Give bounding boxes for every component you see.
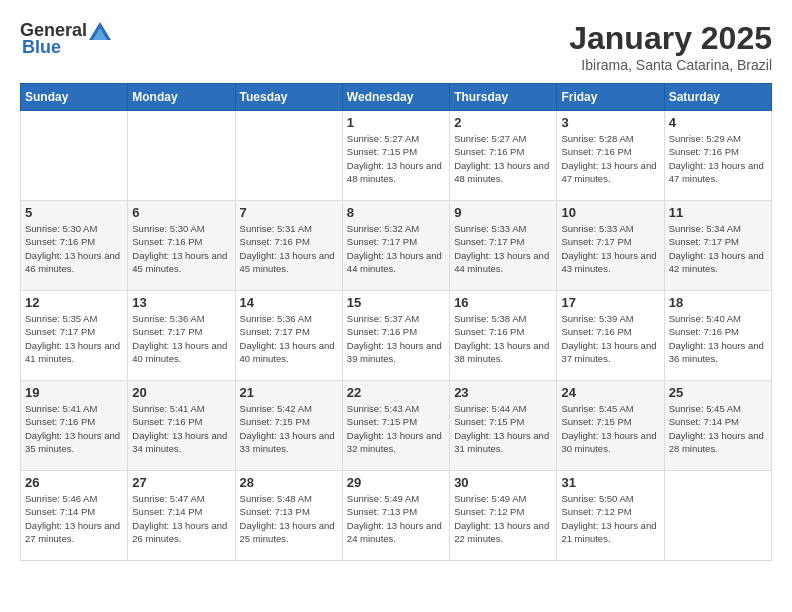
calendar-cell [664,471,771,561]
calendar-cell: 14Sunrise: 5:36 AM Sunset: 7:17 PM Dayli… [235,291,342,381]
day-info: Sunrise: 5:34 AM Sunset: 7:17 PM Dayligh… [669,222,767,275]
calendar-cell: 1Sunrise: 5:27 AM Sunset: 7:15 PM Daylig… [342,111,449,201]
day-number: 2 [454,115,552,130]
location-subtitle: Ibirama, Santa Catarina, Brazil [569,57,772,73]
day-info: Sunrise: 5:39 AM Sunset: 7:16 PM Dayligh… [561,312,659,365]
day-info: Sunrise: 5:30 AM Sunset: 7:16 PM Dayligh… [132,222,230,275]
day-number: 18 [669,295,767,310]
logo: General Blue [20,20,113,58]
day-info: Sunrise: 5:41 AM Sunset: 7:16 PM Dayligh… [25,402,123,455]
day-info: Sunrise: 5:31 AM Sunset: 7:16 PM Dayligh… [240,222,338,275]
day-number: 20 [132,385,230,400]
day-number: 17 [561,295,659,310]
day-number: 31 [561,475,659,490]
day-number: 28 [240,475,338,490]
day-header-monday: Monday [128,84,235,111]
day-info: Sunrise: 5:49 AM Sunset: 7:12 PM Dayligh… [454,492,552,545]
day-header-thursday: Thursday [450,84,557,111]
calendar-cell: 12Sunrise: 5:35 AM Sunset: 7:17 PM Dayli… [21,291,128,381]
logo-blue: Blue [22,37,61,58]
calendar-cell: 19Sunrise: 5:41 AM Sunset: 7:16 PM Dayli… [21,381,128,471]
day-number: 7 [240,205,338,220]
day-number: 21 [240,385,338,400]
day-info: Sunrise: 5:30 AM Sunset: 7:16 PM Dayligh… [25,222,123,275]
calendar-cell: 3Sunrise: 5:28 AM Sunset: 7:16 PM Daylig… [557,111,664,201]
day-number: 15 [347,295,445,310]
day-number: 4 [669,115,767,130]
day-info: Sunrise: 5:37 AM Sunset: 7:16 PM Dayligh… [347,312,445,365]
day-info: Sunrise: 5:28 AM Sunset: 7:16 PM Dayligh… [561,132,659,185]
day-info: Sunrise: 5:27 AM Sunset: 7:16 PM Dayligh… [454,132,552,185]
day-number: 29 [347,475,445,490]
day-number: 9 [454,205,552,220]
logo-icon [89,22,111,40]
calendar-cell: 5Sunrise: 5:30 AM Sunset: 7:16 PM Daylig… [21,201,128,291]
day-number: 19 [25,385,123,400]
day-number: 25 [669,385,767,400]
calendar-cell: 28Sunrise: 5:48 AM Sunset: 7:13 PM Dayli… [235,471,342,561]
day-info: Sunrise: 5:36 AM Sunset: 7:17 PM Dayligh… [132,312,230,365]
day-header-wednesday: Wednesday [342,84,449,111]
calendar-cell: 4Sunrise: 5:29 AM Sunset: 7:16 PM Daylig… [664,111,771,201]
calendar-cell: 7Sunrise: 5:31 AM Sunset: 7:16 PM Daylig… [235,201,342,291]
calendar-cell: 26Sunrise: 5:46 AM Sunset: 7:14 PM Dayli… [21,471,128,561]
calendar-cell: 22Sunrise: 5:43 AM Sunset: 7:15 PM Dayli… [342,381,449,471]
day-info: Sunrise: 5:45 AM Sunset: 7:14 PM Dayligh… [669,402,767,455]
title-area: January 2025 Ibirama, Santa Catarina, Br… [569,20,772,73]
calendar-cell: 15Sunrise: 5:37 AM Sunset: 7:16 PM Dayli… [342,291,449,381]
calendar-week-row: 5Sunrise: 5:30 AM Sunset: 7:16 PM Daylig… [21,201,772,291]
day-number: 14 [240,295,338,310]
day-info: Sunrise: 5:44 AM Sunset: 7:15 PM Dayligh… [454,402,552,455]
day-number: 16 [454,295,552,310]
day-info: Sunrise: 5:38 AM Sunset: 7:16 PM Dayligh… [454,312,552,365]
day-number: 1 [347,115,445,130]
day-info: Sunrise: 5:29 AM Sunset: 7:16 PM Dayligh… [669,132,767,185]
calendar-cell: 11Sunrise: 5:34 AM Sunset: 7:17 PM Dayli… [664,201,771,291]
day-info: Sunrise: 5:45 AM Sunset: 7:15 PM Dayligh… [561,402,659,455]
calendar-week-row: 1Sunrise: 5:27 AM Sunset: 7:15 PM Daylig… [21,111,772,201]
calendar-cell: 20Sunrise: 5:41 AM Sunset: 7:16 PM Dayli… [128,381,235,471]
calendar-cell: 18Sunrise: 5:40 AM Sunset: 7:16 PM Dayli… [664,291,771,381]
calendar-cell [128,111,235,201]
day-info: Sunrise: 5:48 AM Sunset: 7:13 PM Dayligh… [240,492,338,545]
day-info: Sunrise: 5:32 AM Sunset: 7:17 PM Dayligh… [347,222,445,275]
calendar-cell: 25Sunrise: 5:45 AM Sunset: 7:14 PM Dayli… [664,381,771,471]
calendar-cell [235,111,342,201]
day-info: Sunrise: 5:46 AM Sunset: 7:14 PM Dayligh… [25,492,123,545]
month-title: January 2025 [569,20,772,57]
day-number: 12 [25,295,123,310]
day-number: 8 [347,205,445,220]
calendar: SundayMondayTuesdayWednesdayThursdayFrid… [20,83,772,561]
day-number: 23 [454,385,552,400]
calendar-week-row: 12Sunrise: 5:35 AM Sunset: 7:17 PM Dayli… [21,291,772,381]
calendar-cell: 24Sunrise: 5:45 AM Sunset: 7:15 PM Dayli… [557,381,664,471]
calendar-cell [21,111,128,201]
day-info: Sunrise: 5:33 AM Sunset: 7:17 PM Dayligh… [454,222,552,275]
calendar-cell: 29Sunrise: 5:49 AM Sunset: 7:13 PM Dayli… [342,471,449,561]
calendar-cell: 2Sunrise: 5:27 AM Sunset: 7:16 PM Daylig… [450,111,557,201]
day-number: 22 [347,385,445,400]
day-info: Sunrise: 5:27 AM Sunset: 7:15 PM Dayligh… [347,132,445,185]
calendar-cell: 13Sunrise: 5:36 AM Sunset: 7:17 PM Dayli… [128,291,235,381]
calendar-cell: 10Sunrise: 5:33 AM Sunset: 7:17 PM Dayli… [557,201,664,291]
day-number: 27 [132,475,230,490]
calendar-cell: 31Sunrise: 5:50 AM Sunset: 7:12 PM Dayli… [557,471,664,561]
day-header-saturday: Saturday [664,84,771,111]
calendar-cell: 27Sunrise: 5:47 AM Sunset: 7:14 PM Dayli… [128,471,235,561]
day-number: 24 [561,385,659,400]
day-number: 13 [132,295,230,310]
day-info: Sunrise: 5:47 AM Sunset: 7:14 PM Dayligh… [132,492,230,545]
day-number: 30 [454,475,552,490]
calendar-header-row: SundayMondayTuesdayWednesdayThursdayFrid… [21,84,772,111]
day-info: Sunrise: 5:41 AM Sunset: 7:16 PM Dayligh… [132,402,230,455]
day-number: 26 [25,475,123,490]
day-number: 6 [132,205,230,220]
calendar-week-row: 26Sunrise: 5:46 AM Sunset: 7:14 PM Dayli… [21,471,772,561]
day-header-friday: Friday [557,84,664,111]
day-number: 5 [25,205,123,220]
day-info: Sunrise: 5:36 AM Sunset: 7:17 PM Dayligh… [240,312,338,365]
calendar-cell: 21Sunrise: 5:42 AM Sunset: 7:15 PM Dayli… [235,381,342,471]
calendar-cell: 17Sunrise: 5:39 AM Sunset: 7:16 PM Dayli… [557,291,664,381]
day-info: Sunrise: 5:42 AM Sunset: 7:15 PM Dayligh… [240,402,338,455]
calendar-week-row: 19Sunrise: 5:41 AM Sunset: 7:16 PM Dayli… [21,381,772,471]
